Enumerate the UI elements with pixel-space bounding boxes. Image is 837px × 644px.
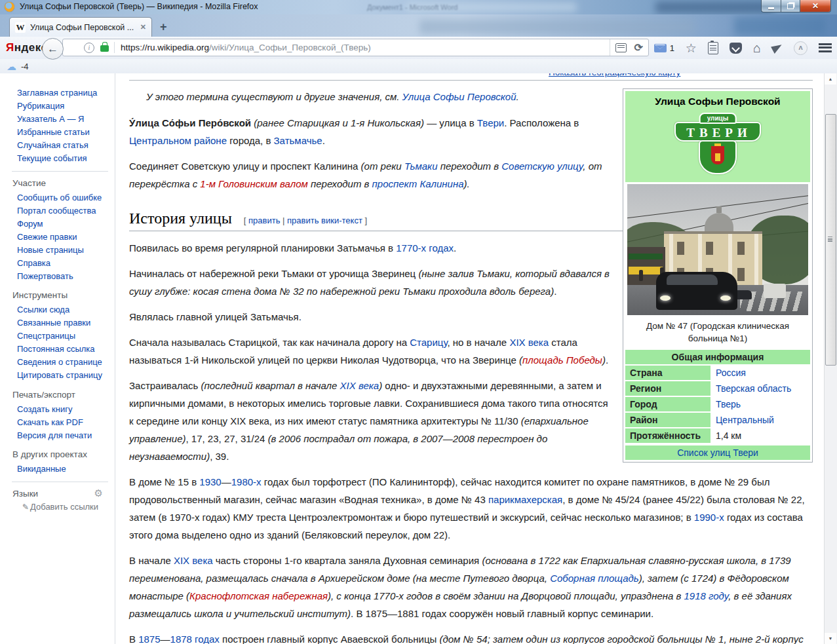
sidebar-link[interactable]: Свежие правки [17,231,109,244]
weather-cloud-icon[interactable]: ☁ [7,61,16,73]
wiki-link[interactable]: 1918 году [684,590,729,601]
page-info-icon[interactable]: i [84,43,94,53]
gear-icon[interactable]: ⚙ [94,487,103,499]
wiki-link[interactable]: 1875 [138,634,160,644]
weather-value[interactable]: -4 [21,62,29,71]
infobox-row: Город Тверь [625,397,810,411]
infobox-row-value[interactable]: Тверская область [712,381,810,396]
back-button[interactable]: ← [42,38,64,60]
wiki-link[interactable]: 1-м Головинским валом [200,178,307,189]
wiki-link[interactable]: Твери [477,117,504,128]
tab-close-icon[interactable]: ✕ [140,23,146,31]
sidebar-link[interactable]: Рубрикация [17,100,109,113]
scroll-down-button[interactable]: ▼ [825,633,836,644]
close-button[interactable]: ✕ [800,0,831,12]
sidebar-link[interactable]: Версия для печати [17,429,109,442]
reader-mode-icon[interactable] [615,43,627,52]
sidebar-link[interactable]: Создать книгу [17,403,109,416]
sidebar-section-header: Участие [0,177,115,191]
infobox-row-value[interactable]: Тверь [712,397,810,411]
scrollbar-thumb[interactable] [825,114,836,366]
pocket-button[interactable] [730,43,742,54]
text-run: Появилась во время регулярной планировки… [129,242,396,254]
scrollbar[interactable]: ▲ ▼ [824,73,837,644]
sidebar-link[interactable]: Избранные статьи [17,126,109,139]
tab-active[interactable]: W Улица Софьи Перовской ... ✕ [9,17,152,37]
background-window-blob [734,17,826,35]
infobox-row-value[interactable]: Центральный [712,413,810,427]
sidebar-link[interactable]: Скачать как PDF [17,416,109,429]
sidebar-link[interactable]: Заглавная страница [17,86,109,100]
yandex-logo[interactable]: Яндекс [6,41,47,54]
window-titlebar: Улица Софьи Перовской (Тверь) — Википеди… [0,0,837,14]
sidebar-link[interactable]: Портал сообщества [17,204,109,218]
mail-button[interactable]: 1 [654,43,674,53]
wiki-link[interactable]: площадь Победы [522,354,602,366]
wiki-link[interactable]: Улица Софьи Перовской [402,91,516,102]
wiki-link[interactable]: 1930 [199,476,221,487]
text-run: переходит в [308,178,372,189]
text-run: — [222,476,231,487]
street-infobox: Улица Софьи Перовской улицы ТВЕРИ [623,88,813,463]
wiki-link[interactable]: Соборная площадь [550,573,639,584]
wiki-link[interactable]: 1878 годах [170,634,220,644]
navigation-toolbar: Яндекс ← i https://ru.wikipedia.org/wiki… [0,37,837,60]
scroll-up-button[interactable]: ▲ [825,73,836,85]
wiki-link[interactable]: Тьмаки [404,161,438,172]
wiki-link[interactable]: проспект Калинина [372,178,464,189]
panel-collapse-button[interactable]: ᴧ [794,41,808,55]
sidebar-link[interactable]: Случайная статья [17,139,109,152]
bookmarks-menu-button[interactable] [708,42,718,54]
minimize-button[interactable] [761,0,781,12]
wiki-link[interactable]: парикмахерская [488,494,562,505]
sidebar-link[interactable]: Указатель А — Я [17,113,109,126]
tver-streets-emblem: улицы ТВЕРИ [669,113,767,176]
edit-link[interactable]: править [248,216,280,225]
wiki-link[interactable]: XIX века [509,337,549,348]
wiki-link[interactable]: XIX века [340,380,380,391]
menu-button[interactable] [819,43,832,52]
wiki-link[interactable]: Краснофлотская набережная [189,590,328,601]
emblem-crest [711,146,724,164]
url-bar[interactable]: i https://ru.wikipedia.org/wiki/Улица_Со… [62,39,649,56]
sidebar-link[interactable]: Справка [17,257,109,270]
infobox-row-label: Район [625,413,710,427]
wiki-link[interactable]: XIX века [174,555,213,566]
https-lock-icon[interactable] [100,45,109,52]
sidebar-link[interactable]: Новые страницы [17,244,109,257]
pencil-icon: ✎ [22,502,29,512]
edit-wikitext-link[interactable]: править вики-текст [287,216,362,225]
home-icon[interactable]: ⌂ [753,42,761,54]
sidebar-link[interactable]: Сообщить об ошибке [17,191,109,204]
wiki-link[interactable]: 1990-х [694,512,724,523]
infobox-row-value[interactable]: Россия [712,366,810,380]
reload-icon[interactable]: ⟳ [634,41,643,54]
wiki-link[interactable]: 1980-х [231,476,262,487]
restore-button[interactable] [781,0,800,12]
minimize-icon [768,7,774,9]
wiki-sidebar: Заглавная страницаРубрикацияУказатель А … [0,73,115,644]
street-list-link[interactable]: Список улиц Твери [625,445,810,460]
sidebar-link[interactable]: Форум [17,218,109,231]
street-photo[interactable] [627,184,808,315]
sidebar-link[interactable]: Викиданные [17,463,109,476]
add-links-button[interactable]: ✎Добавить ссылки [0,502,115,512]
bookmark-star-icon[interactable]: ☆ [686,41,697,56]
sidebar-link[interactable]: Текущие события [17,152,109,165]
url-text[interactable]: https://ru.wikipedia.org/wiki/Улица_Софь… [121,43,610,52]
sidebar-link[interactable]: Ссылки сюда [17,303,109,316]
wiki-link[interactable]: Советскую улицу [501,161,583,172]
new-tab-button[interactable]: + [160,21,167,33]
sidebar-link[interactable]: Сведения о странице [17,356,109,369]
send-tab-button[interactable] [772,44,783,52]
sidebar-link[interactable]: Спецстраницы [17,330,109,343]
wiki-link[interactable]: Старицу [410,337,447,348]
wiki-link[interactable]: Центральном районе [129,135,227,146]
wiki-link[interactable]: Затьмачье [274,135,322,146]
sidebar-link[interactable]: Постоянная ссылка [17,343,109,356]
show-map-link[interactable]: Показать географическую карту [549,73,680,77]
sidebar-link[interactable]: Пожертвовать [17,270,109,283]
sidebar-link[interactable]: Цитировать страницу [17,369,109,382]
wiki-link[interactable]: 1770-х годах [396,242,454,254]
sidebar-link[interactable]: Связанные правки [17,316,109,330]
